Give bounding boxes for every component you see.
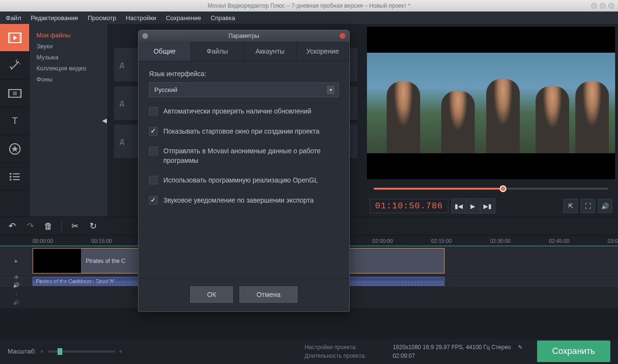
svg-marker-13 <box>11 146 18 152</box>
svg-rect-15 <box>13 173 20 174</box>
svg-rect-1 <box>9 33 11 43</box>
svg-point-16 <box>10 176 11 178</box>
project-settings-label: Настройки проекта: <box>305 344 386 351</box>
sidebar-item-music[interactable]: Музыка <box>36 52 101 63</box>
check-updates-label: Автоматически проверять наличие обновлен… <box>163 107 311 116</box>
dialog-close-icon[interactable] <box>340 33 345 39</box>
preview-panel: 01:10:50.786 ▮◀ ▶ ▶▮ ⇱ ⛶ 🔊 <box>364 24 618 216</box>
svg-rect-8 <box>9 90 10 97</box>
menu-view[interactable]: Просмотр <box>88 14 116 22</box>
undo-button[interactable]: ↶ <box>5 219 19 233</box>
project-duration-value: 02:09:07 <box>393 353 415 359</box>
menubar: Файл Редактирование Просмотр Настройки С… <box>0 11 618 24</box>
check-sound-notify-label: Звуковое уведомление по завершении экспо… <box>163 196 314 205</box>
redo-button[interactable]: ↷ <box>23 219 37 233</box>
check-sound-notify[interactable]: ✓ <box>149 196 158 205</box>
speaker-icon[interactable]: 🔊 <box>13 299 20 306</box>
video-track-icon: ▸ <box>15 257 18 264</box>
tool-stickers[interactable] <box>0 135 29 163</box>
play-button[interactable]: ▶ <box>466 199 481 213</box>
language-label: Язык интерфейса: <box>149 70 339 78</box>
svg-rect-10 <box>13 91 17 95</box>
tab-acceleration[interactable]: Ускорение <box>297 42 349 61</box>
fullscreen-button[interactable]: ⛶ <box>581 199 595 213</box>
sidebar-item-sounds[interactable]: Звуки <box>36 41 101 52</box>
music-icon: ♪ <box>15 290 18 297</box>
tab-accounts[interactable]: Аккаунты <box>244 42 297 61</box>
check-anon-data[interactable] <box>149 147 158 155</box>
dialog-title: Параметры <box>229 33 259 39</box>
dialog-titlebar: Параметры <box>138 30 349 42</box>
tool-more[interactable] <box>0 163 29 191</box>
dialog-menu-icon[interactable] <box>142 33 148 39</box>
audio-clip-label: Pirates of the Caribbean- Dead M <box>36 278 114 284</box>
tool-filters[interactable] <box>0 52 29 80</box>
svg-point-6 <box>16 59 17 60</box>
window-titlebar: Movavi Видеоредактор Плюс – 7-дневная пр… <box>0 0 618 11</box>
cancel-button[interactable]: Отмена <box>240 286 297 303</box>
tool-import[interactable] <box>0 24 29 52</box>
delete-button[interactable]: 🗑 <box>41 219 56 233</box>
tool-titles[interactable]: T <box>0 107 29 135</box>
svg-rect-9 <box>20 90 21 97</box>
check-anon-data-label: Отправлять в Movavi анонимные данные о р… <box>163 147 339 165</box>
clip-thumbnail <box>33 249 81 273</box>
rotate-button[interactable]: ↻ <box>86 219 100 233</box>
collapse-icon[interactable]: ◀ <box>101 111 108 130</box>
maximize-icon[interactable] <box>600 3 606 9</box>
next-button[interactable]: ▶▮ <box>481 199 495 213</box>
tab-files[interactable]: Файлы <box>191 42 244 61</box>
svg-point-14 <box>10 173 11 175</box>
timecode: 01:10:50.786 <box>370 199 448 213</box>
check-startscreen[interactable]: ✓ <box>149 127 158 136</box>
svg-point-4 <box>18 61 19 62</box>
svg-text:T: T <box>11 115 17 126</box>
volume-button[interactable]: 🔊 <box>598 199 612 213</box>
edit-icon[interactable]: ✎ <box>518 344 523 351</box>
zoom-out-icon[interactable]: ▫ <box>41 348 43 355</box>
svg-rect-17 <box>13 176 20 177</box>
preview-scrubber[interactable] <box>364 182 618 195</box>
tab-general[interactable]: Общие <box>138 42 191 61</box>
svg-point-18 <box>10 179 11 181</box>
tool-rail: T <box>0 24 30 216</box>
tool-transitions[interactable] <box>0 80 29 107</box>
close-icon[interactable] <box>608 3 614 9</box>
ok-button[interactable]: ОК <box>190 286 233 303</box>
video-clip-label: Pirates of the C <box>81 258 126 264</box>
statusbar: Масштаб: ▫ ▫ Настройки проекта: 1920x108… <box>0 338 618 364</box>
eye-icon[interactable]: 👁 <box>14 274 19 280</box>
prev-button[interactable]: ▮◀ <box>452 199 466 213</box>
window-title: Movavi Видеоредактор Плюс – 7-дневная пр… <box>208 2 411 9</box>
save-button[interactable]: Сохранить <box>537 341 610 362</box>
menu-settings[interactable]: Настройки <box>126 14 156 22</box>
sidebar-item-myfiles[interactable]: Мои файлы <box>36 30 101 41</box>
menu-edit[interactable]: Редактирование <box>31 14 78 22</box>
project-duration-label: Длительность проекта: <box>305 353 386 359</box>
side-panel: Мои файлы Звуки Музыка Коллекция видео Ф… <box>30 24 107 216</box>
check-opengl[interactable] <box>149 176 158 184</box>
language-select[interactable]: Русский <box>149 82 339 97</box>
check-updates[interactable] <box>149 107 158 115</box>
svg-point-5 <box>19 63 20 64</box>
minimize-icon[interactable] <box>591 3 597 9</box>
zoom-in-icon[interactable]: ▫ <box>120 348 122 355</box>
cut-button[interactable]: ✂ <box>68 219 82 233</box>
svg-rect-2 <box>19 33 21 43</box>
menu-file[interactable]: Файл <box>6 14 21 22</box>
project-settings-value: 1920x1080 16:9 29.97 FPS, 44100 Гц Стере… <box>393 344 511 351</box>
zoom-slider[interactable] <box>48 351 115 353</box>
sidebar-item-videocol[interactable]: Коллекция видео <box>36 63 101 74</box>
preview-video[interactable] <box>367 27 615 179</box>
detach-button[interactable]: ⇱ <box>563 199 578 213</box>
menu-help[interactable]: Справка <box>211 14 235 22</box>
menu-save[interactable]: Сохранение <box>166 14 201 22</box>
check-opengl-label: Использовать программную реализацию Open… <box>163 176 318 185</box>
svg-rect-19 <box>13 179 20 180</box>
sidebar-item-backgrounds[interactable]: Фоны <box>36 74 101 85</box>
zoom-label: Масштаб: <box>8 348 36 355</box>
settings-dialog: Параметры Общие Файлы Аккаунты Ускорение… <box>138 30 350 312</box>
check-startscreen-label: Показывать стартовое окно при создании п… <box>163 127 320 136</box>
svg-marker-3 <box>13 35 17 40</box>
